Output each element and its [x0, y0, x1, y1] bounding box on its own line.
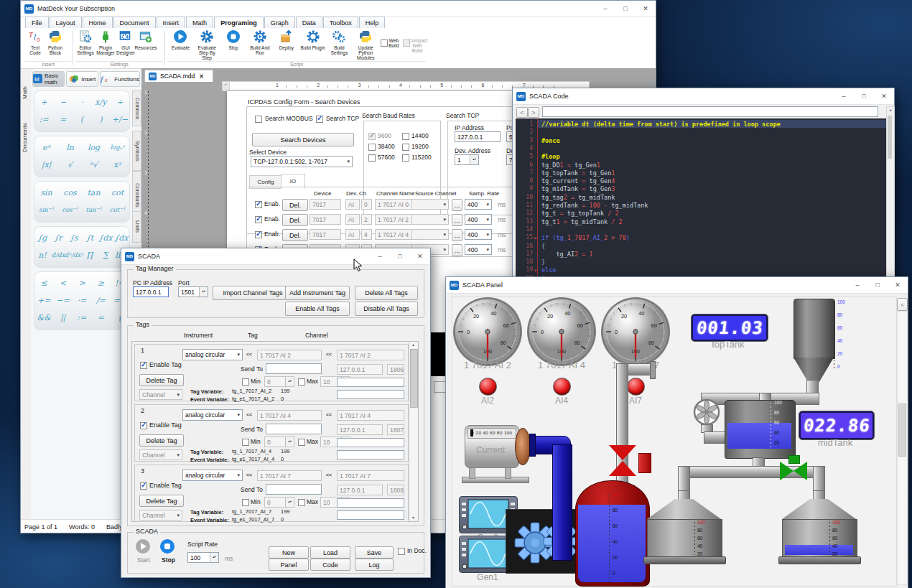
- ribbon-button-evaluate[interactable]: Evaluate: [167, 29, 194, 61]
- math-symbol-button[interactable]: cos: [58, 185, 82, 200]
- math-symbol-button[interactable]: d/dx: [50, 247, 66, 263]
- io-delete-button[interactable]: Del.: [282, 199, 308, 211]
- extra-field[interactable]: [337, 390, 404, 399]
- baud-checkbox-19200[interactable]: [402, 144, 409, 151]
- ribbon-tab-data[interactable]: Data: [296, 17, 322, 28]
- math-symbol-button[interactable]: ⁿ√: [82, 157, 106, 172]
- channel-combo[interactable]: Channel: [139, 449, 182, 460]
- math-symbol-button[interactable]: &&: [34, 309, 53, 325]
- math-side-tab-common[interactable]: Common: [132, 90, 141, 126]
- channel-combo[interactable]: Channel: [139, 389, 182, 400]
- io-source-channel-combo[interactable]: [411, 229, 449, 240]
- min-checkbox[interactable]: [242, 378, 249, 386]
- io-delete-button[interactable]: Del.: [282, 214, 308, 226]
- ribbon-tab-help[interactable]: Help: [359, 17, 386, 28]
- close-icon[interactable]: ✕: [874, 88, 894, 104]
- document-tab[interactable]: MD SCADA.mdd ✕: [144, 70, 213, 82]
- baud-checkbox-115200[interactable]: [402, 154, 409, 162]
- math-symbol-button[interactable]: ∫t: [82, 230, 98, 246]
- math-symbol-button[interactable]: ∫g: [34, 230, 50, 246]
- tags-scrollbar[interactable]: ▴ ▾: [409, 342, 417, 520]
- ribbon-button-build-and-run[interactable]: Build And Run: [247, 29, 274, 61]
- close-icon[interactable]: ✕: [410, 248, 430, 264]
- max-checkbox[interactable]: [298, 439, 305, 446]
- enable-tag-checkbox[interactable]: [140, 482, 147, 490]
- ribbon-tab-toolbox[interactable]: Toolbox: [323, 17, 358, 28]
- baud-checkbox-14400[interactable]: [402, 133, 409, 140]
- math-symbol-button[interactable]: :=: [34, 111, 53, 127]
- select-device-combo[interactable]: TCP-127.0.0.1:502, 1-7017: [251, 156, 353, 167]
- main-titlebar[interactable]: MD MatDeck Your Subscription – □ ✕: [21, 1, 656, 17]
- close-icon[interactable]: ✕: [636, 1, 656, 17]
- math-symbol-button[interactable]: ln: [58, 139, 82, 155]
- minimize-icon[interactable]: –: [834, 88, 854, 104]
- tag-ip-field[interactable]: 127.0.0.1: [337, 424, 383, 435]
- nav-back-button[interactable]: <: [516, 107, 528, 118]
- math-symbol-button[interactable]: √: [58, 157, 82, 172]
- ip-field[interactable]: 127.0.0.1: [455, 131, 501, 142]
- io-browse-button[interactable]: ...: [452, 199, 462, 211]
- min-checkbox[interactable]: [242, 439, 249, 446]
- start-button[interactable]: [136, 539, 150, 554]
- maximize-icon[interactable]: □: [854, 88, 874, 104]
- io-device-field[interactable]: 7017: [310, 229, 341, 240]
- enable-all-tags-button[interactable]: Enable All Tags: [285, 302, 350, 316]
- pc-ip-field[interactable]: 127.0.0.1: [133, 286, 169, 297]
- math-symbol-button[interactable]: ≤: [34, 275, 53, 291]
- tag-port-field[interactable]: 1808: [387, 485, 404, 495]
- new-button[interactable]: New: [269, 546, 309, 559]
- math-symbol-button[interactable]: ·: [73, 94, 91, 110]
- instrument-combo[interactable]: analog circular: [182, 470, 243, 481]
- math-symbol-button[interactable]: ||: [53, 309, 72, 325]
- minimize-icon[interactable]: –: [370, 248, 390, 264]
- ribbon-tab-insert[interactable]: Insert: [157, 17, 186, 28]
- search-devices-button[interactable]: Search Devices: [252, 133, 354, 146]
- extra-field[interactable]: [337, 438, 404, 447]
- math-symbol-button[interactable]: n!: [34, 247, 50, 263]
- send-to-field[interactable]: [266, 363, 322, 374]
- ribbon-tab-graph[interactable]: Graph: [264, 17, 295, 28]
- io-ch-field[interactable]: 4: [361, 229, 372, 240]
- dialog-port-spinner[interactable]: 1501▴▾: [178, 286, 208, 297]
- math-symbol-button[interactable]: tan: [82, 185, 106, 200]
- ribbon-button-build-settings[interactable]: Build Settings: [326, 29, 353, 61]
- doc-close-icon[interactable]: ✕: [199, 73, 204, 80]
- math-symbol-button[interactable]: cos⁻¹: [58, 202, 82, 218]
- code-button[interactable]: Code: [310, 559, 350, 571]
- math-symbol-button[interactable]: ∑: [98, 247, 113, 263]
- channel-combo[interactable]: Channel: [139, 510, 182, 521]
- tag-field[interactable]: 1 7017 AI 4: [257, 410, 322, 421]
- math-symbol-button[interactable]: =: [91, 309, 110, 325]
- tag-ip-field[interactable]: 127.0.0.1: [337, 364, 383, 375]
- ribbon-tab-home[interactable]: Home: [83, 17, 113, 28]
- math-symbol-button[interactable]: ≥: [91, 275, 110, 291]
- math-symbol-button[interactable]: cot: [106, 185, 129, 200]
- min-spinner[interactable]: 0▴▾: [264, 437, 294, 447]
- add-instrument-tag-button[interactable]: Add Instrument Tag: [285, 286, 350, 300]
- import-channel-tags-button[interactable]: Import Channel Tags: [213, 286, 293, 300]
- io-ch-field[interactable]: 0: [361, 199, 372, 210]
- math-tab-insert[interactable]: Insert: [66, 71, 98, 87]
- math-side-tab-symbols[interactable]: Symbols: [132, 131, 141, 171]
- maximize-icon[interactable]: □: [390, 248, 410, 264]
- minimize-icon[interactable]: –: [595, 1, 615, 17]
- ribbon-button-plugin-manager[interactable]: Plugin Manager: [96, 29, 116, 61]
- math-tab-basic-math[interactable]: MBasic math: [32, 71, 65, 87]
- dock-tab-math[interactable]: Math: [22, 72, 28, 99]
- ribbon-button-evaluate-step-by-step[interactable]: Evaluate Step By Step: [194, 29, 220, 61]
- io-browse-button[interactable]: ...: [452, 244, 462, 256]
- io-enable-checkbox[interactable]: [255, 201, 262, 208]
- io-device-field[interactable]: 7017: [310, 199, 341, 210]
- io-enable-checkbox[interactable]: [255, 231, 262, 238]
- enable-tag-checkbox[interactable]: [140, 362, 147, 369]
- log-button[interactable]: Log: [355, 559, 394, 571]
- channel-field[interactable]: 1 7017 AI 4: [337, 410, 404, 421]
- tag-field[interactable]: 1 7017 AI 7: [257, 470, 322, 481]
- panel-button[interactable]: Panel: [269, 559, 309, 571]
- extra-field[interactable]: [337, 510, 404, 520]
- math-symbol-button[interactable]: ∫dx: [113, 230, 129, 246]
- ribbon-tab-math[interactable]: Math: [186, 17, 213, 28]
- send-to-field[interactable]: [266, 424, 322, 434]
- panel-scrollbar[interactable]: [897, 311, 908, 585]
- ribbon-button-gui-designer[interactable]: GUI Designer: [116, 29, 136, 61]
